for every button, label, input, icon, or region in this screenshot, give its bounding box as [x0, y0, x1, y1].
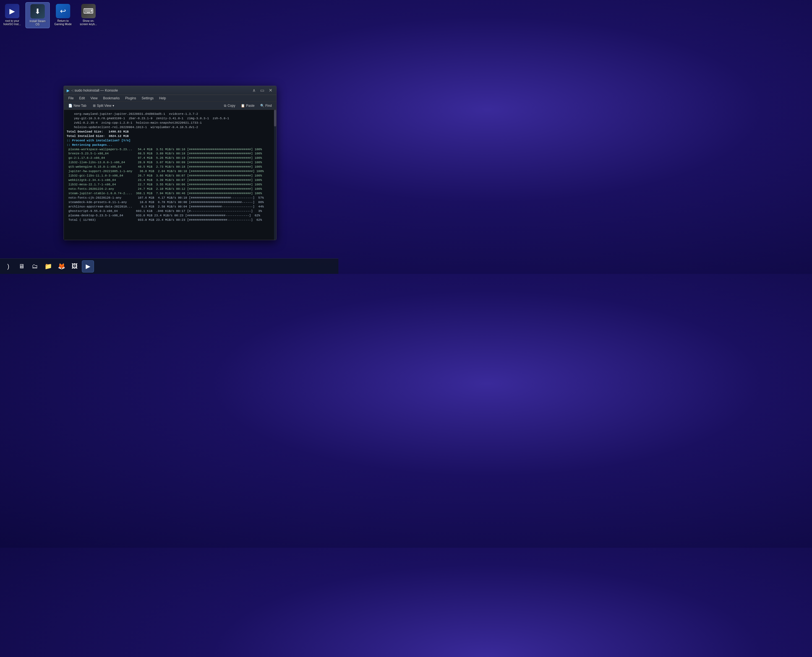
icon-image-install-steam: ⬇ [30, 4, 45, 19]
term-line-2: zvbl-0.2.35-4 zxing-cpp-1.2.0-1 holoiso-… [67, 121, 273, 125]
new-tab-icon: 📄 [68, 104, 73, 107]
term-line-21: noto-fonts-cjk-20220126-1-any 107.6 MiB … [67, 196, 273, 200]
firefox-icon[interactable]: 🦊 [55, 260, 67, 272]
desktop-icon-show-keyboard[interactable]: ⌨ Show on-screen keyb... [76, 2, 101, 28]
menu-view[interactable]: View [88, 95, 100, 101]
split-view-button[interactable]: ⊞ Split View ▾ [91, 103, 116, 109]
konsole-menubar: File Edit View Bookmarks Plugins Setting… [64, 95, 276, 102]
menu-edit[interactable]: Edit [77, 95, 87, 101]
icon-image-arrow-icon: ▶ [5, 4, 19, 18]
desktop-icon-arrow-icon[interactable]: ▶ root to yourholoISO Inst... [0, 2, 24, 28]
term-line-19: noto-fonts-20201226-2-any 24.7 MiB 2.10 … [67, 187, 273, 191]
desktop-icon-install-steam[interactable]: ⬇ Install SteamOS [25, 2, 50, 28]
menu-file[interactable]: File [66, 95, 76, 101]
icon-label-return-gaming: Return toGaming Mode [54, 19, 72, 26]
icon-image-show-keyboard: ⌨ [81, 4, 96, 18]
maximize-button[interactable]: ▭ [259, 88, 265, 93]
term-line-12: go-2:1.17.6-2-x86_64 97.4 MiB 5.26 MiB/s… [67, 156, 273, 160]
term-line-6: Total Installed Size: 3824.12 MiB [67, 134, 273, 139]
find-button[interactable]: 🔍 Find [258, 103, 274, 109]
close-button[interactable]: ✕ [268, 88, 273, 93]
term-line-10: plasma-workspace-wallpapers-5.23... 54.4… [67, 148, 273, 152]
term-line-15: jupiter-hw-support-20221005.1-1-any 36.0… [67, 169, 273, 174]
paste-button[interactable]: 📋 Paste [239, 103, 257, 109]
icon-image-return-gaming: ↩ [56, 4, 70, 18]
terminal-icon[interactable]: ▶ [82, 260, 94, 272]
image-viewer-icon[interactable]: 🖼 [68, 260, 81, 272]
konsole-toolbar: 📄 New Tab ⊞ Split View ▾ ⧉ Copy 📋 Paste … [64, 102, 276, 110]
term-line-8: :: Proceed with installation? [Y/n] [67, 139, 273, 143]
konsole-icon: ▶ [67, 88, 70, 93]
folder-icon[interactable]: 📁 [42, 260, 54, 272]
term-line-11: breeze-5.23.5-1-x86_64 68.5 MiB 3.89 MiB… [67, 152, 273, 156]
term-line-25: plasma-desktop-5.23.5-1-x86_64 933.0 MiB… [67, 213, 273, 218]
kde-icon[interactable]: 🖥 [16, 260, 28, 272]
new-tab-button[interactable]: 📄 New Tab [66, 103, 88, 109]
term-line-17: webkit2gtk-2.34.4-1-x86_64 23.4 MiB 3.39… [67, 178, 273, 182]
term-line-16: lib32-gcc-libs-11.1.0-3-x86_64 26.7 MiB … [67, 174, 273, 178]
term-line-24: ghostscript-9.55.0-3-x86_64 603.1 KiB .9… [67, 209, 273, 213]
split-view-icon: ⊞ [93, 104, 96, 107]
icon-label-show-keyboard: Show on-screen keyb... [80, 19, 97, 26]
term-line-22: steamdeck-kde-presets-0.11-1-any 18.6 Mi… [67, 200, 273, 205]
term-line-13: lib32-llvm-libs-13.0.0-1-x86_64 28.9 MiB… [67, 160, 273, 165]
minimize-button[interactable]: ∧ [251, 88, 257, 93]
desktop-icon-return-gaming[interactable]: ↩ Return toGaming Mode [51, 2, 75, 28]
menu-bookmarks[interactable]: Bookmarks [101, 95, 122, 101]
term-line-0: xorg-xwayland-jupiter-jupiter.20220831.d… [67, 112, 273, 117]
icon-label-install-steam: Install SteamOS [29, 20, 46, 26]
copy-icon: ⧉ [224, 104, 227, 107]
konsole-title: -: sudo holoinstall — Konsole [71, 88, 118, 92]
copy-button[interactable]: ⧉ Copy [222, 103, 238, 109]
term-line-1: yay-git-10.3.0.r0.g4a93199-1 zbar-0.23.1… [67, 117, 273, 121]
term-line-20: steam-jupiter-stable-1.0.0.74-2.... 368.… [67, 191, 273, 196]
term-line-18: lib32-mesa-22.1.7-1-x86_64 22.7 MiB 3.55… [67, 182, 273, 187]
menu-settings[interactable]: Settings [139, 95, 156, 101]
taskbar: )🖥🗂📁🦊🖼▶ [0, 258, 338, 274]
term-line-5: Total Download Size: 1490.83 MiB [67, 130, 273, 134]
scrollbar-thumb[interactable] [274, 110, 276, 126]
find-icon: 🔍 [260, 104, 264, 107]
menu-plugins[interactable]: Plugins [123, 95, 138, 101]
icon-label-arrow-icon: root to yourholoISO Inst... [3, 19, 21, 26]
term-line-14: qt5-webengine-5.15.8-1-x86_64 48.5 MiB 2… [67, 165, 273, 169]
paste-icon: 📋 [241, 104, 245, 107]
terminal-content[interactable]: xorg-xwayland-jupiter-jupiter.20220831.d… [64, 110, 276, 240]
scrollbar-track[interactable] [274, 110, 276, 240]
term-line-3: holoiso-updateclient-rel.20220904.1913-1… [67, 125, 273, 130]
term-line-26: Total ( 11/603) 933.0 MiB 23.4 MiB/s 00:… [67, 218, 273, 223]
konsole-window: ▶ -: sudo holoinstall — Konsole ∧ ▭ ✕ Fi… [64, 86, 276, 240]
menu-help[interactable]: Help [157, 95, 168, 101]
term-line-23: archlinux-appstream-data-2022010... 8.3 … [67, 205, 273, 209]
desktop-icons: ▶ root to yourholoISO Inst... ⬇ Install … [0, 0, 101, 28]
konsole-titlebar: ▶ -: sudo holoinstall — Konsole ∧ ▭ ✕ [64, 86, 276, 95]
files-icon[interactable]: 🗂 [29, 260, 41, 272]
split-view-chevron: ▾ [113, 104, 114, 107]
term-line-9: :: Retrieving packages... [67, 143, 273, 148]
system-icon[interactable]: ) [2, 260, 14, 272]
